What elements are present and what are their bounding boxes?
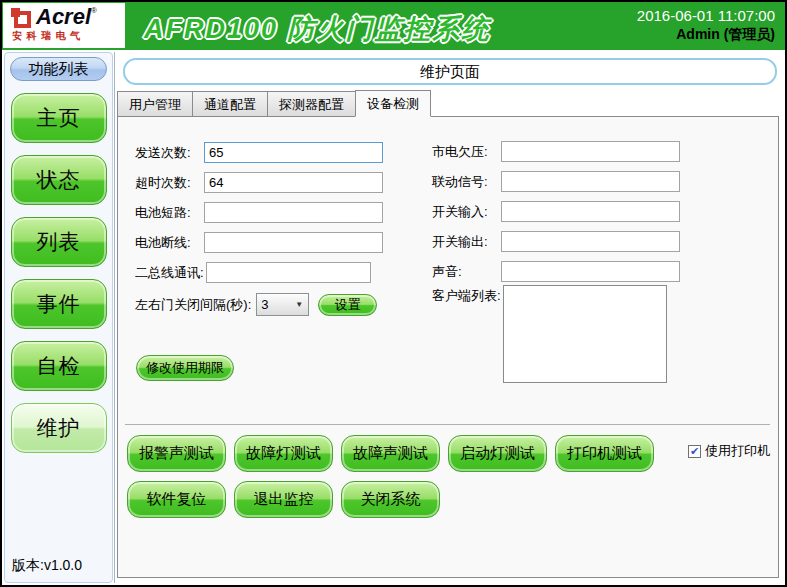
mains-undervolt-label: 市电欠压: [432,143,499,161]
battery-short-input[interactable] [204,202,383,223]
sidebar-item-status[interactable]: 状态 [11,155,107,205]
sidebar: 功能列表 主页 状态 列表 事件 自检 维护 版本:v1.0.0 [4,52,113,583]
datetime-label: 2016-06-01 11:07:00 [637,7,775,24]
send-count-label: 发送次数: [135,144,202,162]
door-interval-label: 左右门关闭间隔(秒): [135,296,251,314]
battery-break-input[interactable] [204,232,383,253]
switch-input-input[interactable] [501,201,680,222]
acrel-logo-top: Acrel ® [9,6,121,28]
form-row: 电池断线: [135,232,383,253]
brand-text: Acrel [36,6,91,28]
tab-user-management[interactable]: 用户管理 [117,91,193,117]
client-list-box[interactable] [503,285,667,383]
sidebar-item-home[interactable]: 主页 [11,93,107,143]
app-window: Acrel ® 安科瑞电气 AFRD100 防火门监控系统 2016-06-01… [0,0,787,587]
door-interval-row: 左右门关闭间隔(秒): 3 ▼ 设置 [135,293,377,316]
battery-short-label: 电池短路: [135,204,202,222]
use-printer-checkbox-group[interactable]: ✔ 使用打印机 [688,442,770,460]
main-area: 维护页面 用户管理 通道配置 探测器配置 设备检测 发送次数: 超时次数: 电池… [114,52,783,583]
page-title: 维护页面 [123,58,777,85]
acrel-logo: Acrel ® 安科瑞电气 [3,3,125,48]
tab-detector-config[interactable]: 探测器配置 [267,91,356,117]
sidebar-item-maintenance[interactable]: 维护 [11,403,107,453]
switch-output-input[interactable] [501,231,680,252]
printer-test-button[interactable]: 打印机测试 [555,435,654,472]
fault-sound-test-button[interactable]: 故障声测试 [341,435,440,472]
timeout-count-label: 超时次数: [135,174,202,192]
chevron-down-icon: ▼ [295,300,308,309]
linkage-signal-label: 联动信号: [432,173,499,191]
shutdown-button[interactable]: 关闭系统 [341,481,440,518]
test-button-row-2: 软件复位 退出监控 关闭系统 [127,481,440,518]
send-count-input[interactable] [204,142,383,163]
tab-device-test[interactable]: 设备检测 [355,90,431,117]
sidebar-item-selfcheck[interactable]: 自检 [11,341,107,391]
form-row: 联动信号: [432,171,680,192]
form-row: 二总线通讯: [135,262,371,283]
registered-mark-icon: ® [91,6,97,15]
sound-label: 声音: [432,263,499,281]
tab-channel-config[interactable]: 通道配置 [192,91,268,117]
fault-light-test-button[interactable]: 故障灯测试 [234,435,333,472]
form-row: 声音: [432,261,680,282]
section-divider [125,424,770,425]
sound-input[interactable] [501,261,680,282]
mains-undervolt-input[interactable] [501,141,680,162]
set-button[interactable]: 设置 [318,294,377,316]
door-interval-value: 3 [257,297,295,312]
test-button-row-1: 报警声测试 故障灯测试 故障声测试 启动灯测试 打印机测试 [127,435,654,472]
current-user-label: Admin (管理员) [637,26,775,44]
header-right: 2016-06-01 11:07:00 Admin (管理员) [637,7,775,44]
brand-subtext: 安科瑞电气 [12,29,121,43]
app-title: AFRD100 防火门监控系统 [144,11,491,47]
modify-license-button[interactable]: 修改使用期限 [136,355,234,381]
sidebar-item-events[interactable]: 事件 [11,279,107,329]
form-row: 超时次数: [135,172,383,193]
software-reset-button[interactable]: 软件复位 [127,481,226,518]
exit-monitor-button[interactable]: 退出监控 [234,481,333,518]
start-light-test-button[interactable]: 启动灯测试 [448,435,547,472]
use-printer-label: 使用打印机 [705,442,770,460]
linkage-signal-input[interactable] [501,171,680,192]
form-row: 发送次数: [135,142,383,163]
tab-bar: 用户管理 通道配置 探测器配置 设备检测 [117,90,430,117]
form-row: 市电欠压: [432,141,680,162]
door-interval-select[interactable]: 3 ▼ [256,293,309,316]
form-row: 开关输出: [432,231,680,252]
bus-comm-input[interactable] [206,262,371,283]
client-list-row: 客户端列表: [432,285,667,383]
printer-checkbox[interactable]: ✔ [688,445,701,458]
sidebar-item-list[interactable]: 列表 [11,217,107,267]
timeout-count-input[interactable] [204,172,383,193]
check-icon: ✔ [690,445,699,457]
form-row: 开关输入: [432,201,680,222]
client-list-label: 客户端列表: [432,285,501,305]
version-label: 版本:v1.0.0 [12,557,82,575]
battery-break-label: 电池断线: [135,234,202,252]
switch-output-label: 开关输出: [432,233,499,251]
form-row: 电池短路: [135,202,383,223]
switch-input-label: 开关输入: [432,203,499,221]
sidebar-title: 功能列表 [10,57,107,81]
app-header: Acrel ® 安科瑞电气 AFRD100 防火门监控系统 2016-06-01… [2,2,785,50]
device-test-panel: 发送次数: 超时次数: 电池短路: 电池断线: 二总线通讯: 左右门关闭间 [117,116,779,578]
alarm-sound-test-button[interactable]: 报警声测试 [127,435,226,472]
bus-comm-label: 二总线通讯: [135,264,204,282]
acrel-logo-icon [11,8,31,28]
